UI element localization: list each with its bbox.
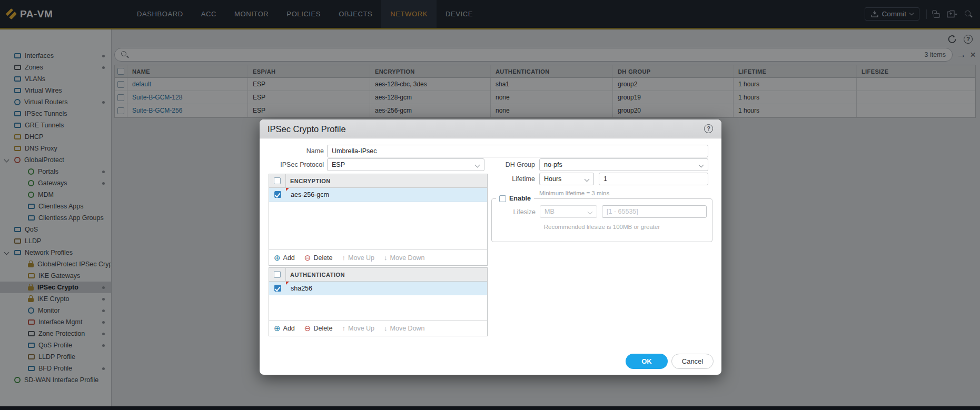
ipsec-protocol-label: IPSec Protocol — [269, 158, 324, 171]
enable-legend: Enable — [496, 195, 534, 202]
ok-button[interactable]: OK — [626, 354, 668, 369]
cancel-button[interactable]: Cancel — [671, 354, 714, 369]
encryption-listbox: ENCRYPTION aes-256-gcm ⊕Add ⊖Delete ↑Mov… — [269, 174, 488, 266]
delete-icon: ⊖ — [304, 324, 311, 332]
encryption-select-all-checkbox[interactable] — [274, 177, 281, 184]
name-label: Name — [269, 145, 324, 157]
modified-flag-icon — [286, 188, 289, 191]
authentication-header: AUTHENTICATION — [286, 272, 345, 278]
name-field[interactable] — [327, 145, 708, 157]
encryption-header-row: ENCRYPTION — [269, 174, 487, 188]
encryption-toolbar: ⊕Add ⊖Delete ↑Move Up ↓Move Down — [269, 249, 487, 265]
lifesize-unit-select[interactable]: MB — [540, 205, 597, 218]
add-button[interactable]: ⊕Add — [274, 324, 295, 332]
lifesize-value-field[interactable] — [602, 205, 707, 218]
enable-lifesize-group: Enable Lifesize MB Recommended lifesize … — [491, 195, 712, 242]
authentication-row-checkbox[interactable] — [274, 285, 281, 292]
authentication-header-row: AUTHENTICATION — [269, 268, 487, 282]
encryption-header: ENCRYPTION — [286, 178, 331, 184]
lifesize-label: Lifesize — [492, 205, 536, 219]
authentication-listbox: AUTHENTICATION sha256 ⊕Add ⊖Delete ↑Move… — [269, 267, 488, 336]
lifetime-value-field[interactable] — [599, 173, 708, 185]
delete-icon: ⊖ — [304, 254, 311, 262]
dialog-title: IPSec Crypto Profile — [268, 119, 346, 138]
delete-button[interactable]: ⊖Delete — [304, 254, 333, 262]
add-icon: ⊕ — [274, 324, 281, 332]
lifetime-unit-select[interactable]: Hours — [539, 173, 594, 185]
move-down-button[interactable]: ↓Move Down — [384, 324, 425, 332]
enable-checkbox[interactable] — [499, 195, 506, 202]
add-button[interactable]: ⊕Add — [274, 254, 295, 262]
arrow-up-icon: ↑ — [342, 324, 346, 332]
lifesize-row: Lifesize MB — [492, 205, 712, 219]
delete-button[interactable]: ⊖Delete — [304, 324, 333, 332]
dh-group-select[interactable]: no-pfs — [539, 158, 708, 171]
pa-vm-firewall-ui: PA-VM DASHBOARD ACC MONITOR POLICIES OBJ… — [0, 0, 980, 410]
authentication-select-all-checkbox[interactable] — [274, 271, 281, 278]
move-down-button[interactable]: ↓Move Down — [384, 254, 425, 262]
dialog-help-icon[interactable]: ? — [704, 124, 713, 133]
dh-group-label: DH Group — [460, 158, 535, 171]
ipsec-crypto-profile-dialog: IPSec Crypto Profile ? Name IPSec Protoc… — [260, 119, 721, 375]
lifesize-hint: Recommended lifesize is 100MB or greater — [492, 224, 712, 230]
arrow-down-icon: ↓ — [384, 254, 388, 262]
arrow-down-icon: ↓ — [384, 324, 388, 332]
dialog-header: IPSec Crypto Profile ? — [260, 119, 721, 138]
authentication-toolbar: ⊕Add ⊖Delete ↑Move Up ↓Move Down — [269, 320, 487, 336]
arrow-up-icon: ↑ — [342, 254, 346, 262]
move-up-button[interactable]: ↑Move Up — [342, 254, 375, 262]
authentication-row[interactable]: sha256 — [269, 282, 487, 295]
encryption-row[interactable]: aes-256-gcm — [269, 188, 487, 202]
modified-flag-icon — [286, 282, 289, 285]
encryption-row-checkbox[interactable] — [274, 191, 281, 198]
move-up-button[interactable]: ↑Move Up — [342, 324, 375, 332]
add-icon: ⊕ — [274, 254, 281, 262]
